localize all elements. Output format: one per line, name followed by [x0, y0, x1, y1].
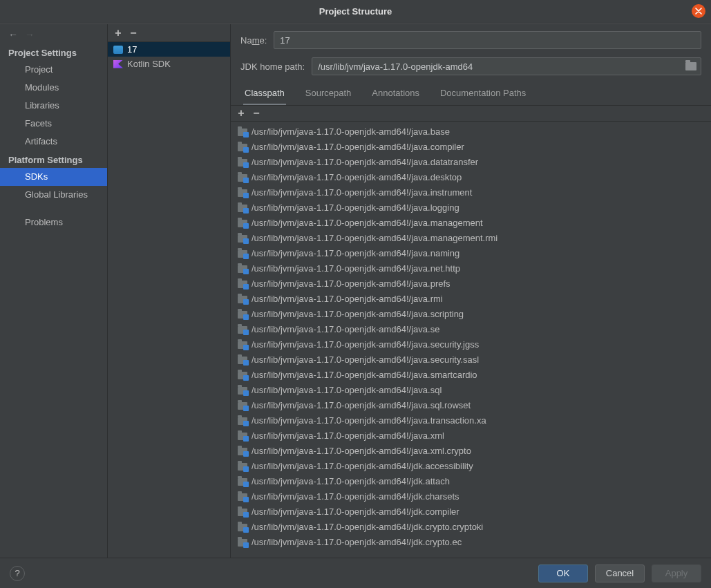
classpath-path: /usr/lib/jvm/java-1.17.0-openjdk-amd64!/… — [252, 506, 459, 518]
classpath-row[interactable]: /usr/lib/jvm/java-1.17.0-openjdk-amd64!/… — [231, 200, 711, 216]
button-bar: ? OK Cancel Apply — [0, 558, 711, 588]
library-folder-icon — [238, 402, 247, 410]
sidebar-item-sdks[interactable]: SDKs — [0, 168, 107, 186]
sidebar: ← → Project Settings Project Modules Lib… — [0, 24, 108, 558]
classpath-row[interactable]: /usr/lib/jvm/java-1.17.0-openjdk-amd64!/… — [231, 246, 711, 261]
close-button[interactable] — [692, 4, 705, 18]
library-folder-icon — [238, 509, 247, 516]
help-button[interactable]: ? — [10, 566, 25, 581]
title-bar: Project Structure — [0, 0, 711, 23]
classpath-row[interactable]: /usr/lib/jvm/java-1.17.0-openjdk-amd64!/… — [231, 231, 711, 246]
jdk-home-label: JDK home path: — [240, 61, 305, 72]
library-folder-icon — [238, 326, 247, 334]
library-folder-icon — [238, 433, 247, 440]
sidebar-item-modules[interactable]: Modules — [0, 79, 107, 97]
classpath-path: /usr/lib/jvm/java-1.17.0-openjdk-amd64!/… — [252, 399, 471, 412]
remove-sdk-button[interactable]: − — [127, 27, 140, 39]
tab-annotations[interactable]: Annotations — [370, 84, 421, 106]
apply-button[interactable]: Apply — [652, 565, 701, 582]
classpath-path: /usr/lib/jvm/java-1.17.0-openjdk-amd64!/… — [252, 308, 464, 321]
classpath-path: /usr/lib/jvm/java-1.17.0-openjdk-amd64!/… — [252, 339, 479, 351]
nav-arrows: ← → — [0, 24, 107, 44]
classpath-row[interactable]: /usr/lib/jvm/java-1.17.0-openjdk-amd64!/… — [231, 292, 711, 307]
classpath-row[interactable]: /usr/lib/jvm/java-1.17.0-openjdk-amd64!/… — [231, 520, 711, 535]
library-folder-icon — [238, 341, 247, 349]
library-folder-icon — [238, 235, 247, 243]
classpath-list: /usr/lib/jvm/java-1.17.0-openjdk-amd64!/… — [231, 122, 711, 558]
library-folder-icon — [238, 220, 247, 227]
classpath-row[interactable]: /usr/lib/jvm/java-1.17.0-openjdk-amd64!/… — [231, 155, 711, 170]
library-folder-icon — [238, 539, 247, 547]
classpath-row[interactable]: /usr/lib/jvm/java-1.17.0-openjdk-amd64!/… — [231, 124, 711, 140]
window-title: Project Structure — [319, 6, 392, 17]
classpath-row[interactable]: /usr/lib/jvm/java-1.17.0-openjdk-amd64!/… — [231, 368, 711, 383]
library-folder-icon — [238, 205, 247, 212]
sdk-row[interactable]: 17 — [108, 42, 230, 57]
classpath-row[interactable]: /usr/lib/jvm/java-1.17.0-openjdk-amd64!/… — [231, 428, 711, 444]
ok-button[interactable]: OK — [538, 565, 588, 582]
sidebar-item-facets[interactable]: Facets — [0, 115, 107, 133]
classpath-path: /usr/lib/jvm/java-1.17.0-openjdk-amd64!/… — [252, 475, 450, 488]
library-folder-icon — [238, 311, 247, 319]
classpath-path: /usr/lib/jvm/java-1.17.0-openjdk-amd64!/… — [252, 354, 479, 366]
section-header-project-settings: Project Settings — [0, 44, 107, 61]
classpath-path: /usr/lib/jvm/java-1.17.0-openjdk-amd64!/… — [252, 232, 497, 245]
classpath-row[interactable]: /usr/lib/jvm/java-1.17.0-openjdk-amd64!/… — [231, 444, 711, 459]
classpath-row[interactable]: /usr/lib/jvm/java-1.17.0-openjdk-amd64!/… — [231, 459, 711, 474]
sidebar-item-project[interactable]: Project — [0, 61, 107, 79]
classpath-toolbar: + − — [231, 105, 711, 122]
name-input[interactable] — [274, 31, 701, 49]
sdk-row-label: 17 — [127, 44, 137, 55]
classpath-row[interactable]: /usr/lib/jvm/java-1.17.0-openjdk-amd64!/… — [231, 383, 711, 398]
tab-sourcepath[interactable]: Sourcepath — [304, 84, 353, 106]
classpath-row[interactable]: /usr/lib/jvm/java-1.17.0-openjdk-amd64!/… — [231, 170, 711, 185]
classpath-path: /usr/lib/jvm/java-1.17.0-openjdk-amd64!/… — [252, 491, 459, 503]
details-pane: Name: JDK home path: ClasspathSourcepath… — [231, 24, 711, 558]
tab-documentation-paths[interactable]: Documentation Paths — [439, 84, 527, 106]
classpath-row[interactable]: /usr/lib/jvm/java-1.17.0-openjdk-amd64!/… — [231, 535, 711, 550]
classpath-row[interactable]: /usr/lib/jvm/java-1.17.0-openjdk-amd64!/… — [231, 185, 711, 200]
classpath-row[interactable]: /usr/lib/jvm/java-1.17.0-openjdk-amd64!/… — [231, 261, 711, 276]
sdk-list-column: + − 17Kotlin SDK — [108, 24, 231, 558]
classpath-path: /usr/lib/jvm/java-1.17.0-openjdk-amd64!/… — [252, 171, 462, 184]
classpath-row[interactable]: /usr/lib/jvm/java-1.17.0-openjdk-amd64!/… — [231, 140, 711, 155]
classpath-row[interactable]: /usr/lib/jvm/java-1.17.0-openjdk-amd64!/… — [231, 322, 711, 337]
section-header-platform-settings: Platform Settings — [0, 151, 107, 168]
classpath-row[interactable]: /usr/lib/jvm/java-1.17.0-openjdk-amd64!/… — [231, 489, 711, 504]
jdk-home-row: JDK home path: — [231, 57, 711, 75]
classpath-row[interactable]: /usr/lib/jvm/java-1.17.0-openjdk-amd64!/… — [231, 504, 711, 520]
tab-classpath[interactable]: Classpath — [243, 84, 286, 106]
classpath-row[interactable]: /usr/lib/jvm/java-1.17.0-openjdk-amd64!/… — [231, 352, 711, 368]
sidebar-item-artifacts[interactable]: Artifacts — [0, 133, 107, 151]
cancel-button[interactable]: Cancel — [595, 565, 645, 582]
classpath-row[interactable]: /usr/lib/jvm/java-1.17.0-openjdk-amd64!/… — [231, 276, 711, 292]
browse-folder-icon[interactable] — [685, 62, 696, 70]
classpath-path: /usr/lib/jvm/java-1.17.0-openjdk-amd64!/… — [252, 445, 471, 457]
add-classpath-button[interactable]: + — [235, 107, 247, 120]
library-folder-icon — [238, 524, 247, 531]
classpath-row[interactable]: /usr/lib/jvm/java-1.17.0-openjdk-amd64!/… — [231, 337, 711, 352]
classpath-row[interactable]: /usr/lib/jvm/java-1.17.0-openjdk-amd64!/… — [231, 398, 711, 413]
sidebar-item-libraries[interactable]: Libraries — [0, 97, 107, 115]
classpath-path: /usr/lib/jvm/java-1.17.0-openjdk-amd64!/… — [252, 141, 464, 153]
sidebar-item-problems[interactable]: Problems — [0, 214, 107, 231]
name-row: Name: — [231, 31, 711, 49]
library-folder-icon — [238, 448, 247, 455]
library-folder-icon — [238, 129, 247, 136]
classpath-row[interactable]: /usr/lib/jvm/java-1.17.0-openjdk-amd64!/… — [231, 216, 711, 231]
classpath-path: /usr/lib/jvm/java-1.17.0-openjdk-amd64!/… — [252, 293, 443, 305]
classpath-row[interactable]: /usr/lib/jvm/java-1.17.0-openjdk-amd64!/… — [231, 413, 711, 428]
classpath-path: /usr/lib/jvm/java-1.17.0-openjdk-amd64!/… — [252, 536, 462, 549]
add-sdk-button[interactable]: + — [112, 27, 124, 39]
back-arrow-icon[interactable]: ← — [7, 28, 19, 41]
sdk-row[interactable]: Kotlin SDK — [108, 57, 230, 71]
library-folder-icon — [238, 296, 247, 303]
jdk-home-input[interactable] — [312, 61, 685, 72]
classpath-row[interactable]: /usr/lib/jvm/java-1.17.0-openjdk-amd64!/… — [231, 474, 711, 489]
classpath-path: /usr/lib/jvm/java-1.17.0-openjdk-amd64!/… — [252, 202, 459, 214]
library-folder-icon — [238, 265, 247, 273]
sidebar-item-global-libraries[interactable]: Global Libraries — [0, 186, 107, 204]
forward-arrow-icon: → — [23, 28, 36, 41]
remove-classpath-button[interactable]: − — [250, 107, 263, 120]
classpath-row[interactable]: /usr/lib/jvm/java-1.17.0-openjdk-amd64!/… — [231, 307, 711, 322]
